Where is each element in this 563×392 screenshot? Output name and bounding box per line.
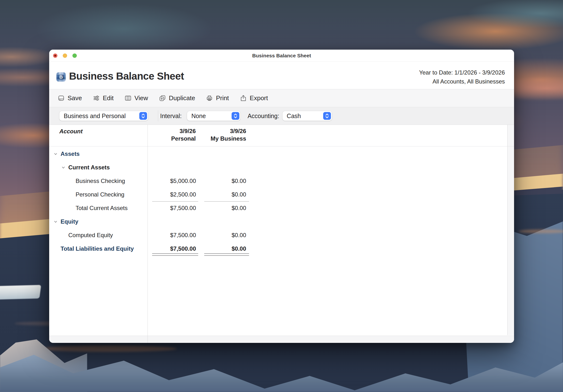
- table-row-current-assets[interactable]: Current Assets: [49, 161, 514, 174]
- wallpaper-ice-floe-left: [0, 285, 41, 300]
- duplicate-icon: [159, 94, 166, 102]
- filter-separator: [158, 110, 158, 122]
- popup-chevrons-icon: [231, 112, 239, 120]
- column-header-personal: 3/9/26 Personal: [152, 127, 196, 142]
- report-header: B Business Balance Sheet Year to Date: 1…: [49, 62, 514, 89]
- wallpaper-reflection: [518, 229, 563, 233]
- interval-select[interactable]: None: [187, 111, 240, 121]
- save-icon: [57, 94, 65, 102]
- save-button[interactable]: Save: [57, 94, 82, 102]
- wallpaper-reflection: [41, 345, 177, 352]
- edit-button[interactable]: Edit: [92, 94, 114, 102]
- export-button[interactable]: Export: [240, 94, 268, 102]
- value-my-business: $0.00: [204, 228, 249, 242]
- popup-chevrons-icon: [139, 112, 147, 120]
- print-icon: [206, 94, 213, 102]
- page-title: Business Balance Sheet: [69, 70, 184, 82]
- interval-label: Interval:: [160, 112, 182, 120]
- value-personal: $7,500.00: [152, 201, 198, 215]
- value-my-business: $0.00: [204, 201, 249, 215]
- report-window: Business Balance Sheet B Business Balanc…: [49, 49, 514, 343]
- table-row-equity[interactable]: Equity: [49, 215, 514, 228]
- table-row-computed-equity[interactable]: Computed Equity $7,500.00 $0.00: [49, 228, 514, 242]
- table-body: Assets Current Assets Business Checking …: [49, 147, 514, 256]
- account-column-header: Account: [59, 128, 83, 135]
- popup-chevrons-icon: [323, 112, 331, 120]
- duplicate-button[interactable]: Duplicate: [159, 94, 195, 102]
- table-row-assets[interactable]: Assets: [49, 147, 514, 161]
- column-header-my-business: 3/9/26 My Business: [204, 127, 246, 142]
- chevron-down-icon[interactable]: [53, 152, 58, 156]
- value-my-business: $0.00: [204, 242, 249, 256]
- export-share-icon: [240, 94, 247, 102]
- table-header: Account 3/9/26 Personal 3/9/26 My Busine…: [49, 125, 514, 147]
- window-titlebar[interactable]: Business Balance Sheet: [49, 49, 514, 62]
- table-row-personal-checking[interactable]: Personal Checking $2,500.00 $0.00: [49, 188, 514, 201]
- toolbar: Save Edit View: [49, 89, 514, 107]
- print-button[interactable]: Print: [206, 94, 229, 102]
- scope-select[interactable]: Business and Personal: [59, 111, 148, 121]
- view-columns-icon: [124, 94, 132, 102]
- value-personal: $5,000.00: [152, 174, 198, 188]
- window-footer: [49, 336, 514, 343]
- view-button[interactable]: View: [124, 94, 148, 102]
- report-table: Account 3/9/26 Personal 3/9/26 My Busine…: [49, 125, 514, 343]
- chevron-down-icon[interactable]: [61, 166, 66, 170]
- accounting-select[interactable]: Cash: [282, 111, 332, 121]
- report-period-scope: Year to Date: 1/1/2026 - 3/9/2026 All Ac…: [419, 68, 505, 86]
- table-row-total-liabilities-and-equity[interactable]: Total Liabilities and Equity $7,500.00 $…: [49, 242, 514, 256]
- value-personal: $2,500.00: [152, 188, 198, 201]
- value-my-business: $0.00: [204, 188, 249, 201]
- column-divider: [148, 125, 148, 343]
- table-row-business-checking[interactable]: Business Checking $5,000.00 $0.00: [49, 174, 514, 188]
- report-icon: B: [56, 72, 66, 82]
- window-title: Business Balance Sheet: [49, 49, 514, 61]
- report-scope: All Accounts, All Businesses: [419, 77, 505, 86]
- value-personal: $7,500.00: [152, 228, 198, 242]
- accounting-label: Accounting:: [248, 112, 279, 120]
- chevron-down-icon[interactable]: [53, 220, 58, 224]
- filter-bar: Business and Personal Interval: None Acc…: [49, 107, 514, 125]
- table-row-total-current-assets[interactable]: Total Current Assets $7,500.00 $0.00: [49, 201, 514, 215]
- edit-sliders-icon: [92, 94, 100, 102]
- report-period: Year to Date: 1/1/2026 - 3/9/2026: [419, 68, 505, 77]
- value-personal: $7,500.00: [152, 242, 198, 256]
- value-my-business: $0.00: [204, 174, 249, 188]
